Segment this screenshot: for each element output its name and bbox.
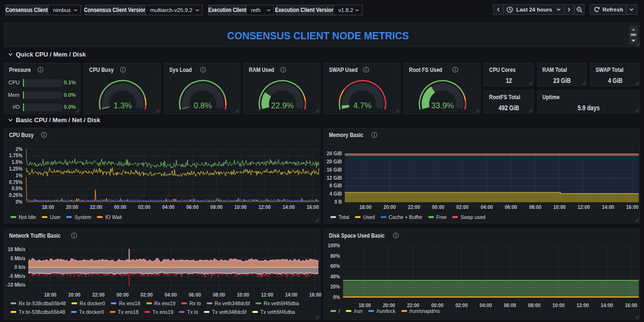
svg-text:22.9%: 22.9% — [271, 101, 294, 110]
svg-text:4.7%: 4.7% — [353, 101, 372, 110]
svg-text:1.3%: 1.3% — [114, 101, 132, 110]
svg-text:0.8%: 0.8% — [193, 101, 211, 110]
svg-text:33.9%: 33.9% — [431, 101, 454, 110]
